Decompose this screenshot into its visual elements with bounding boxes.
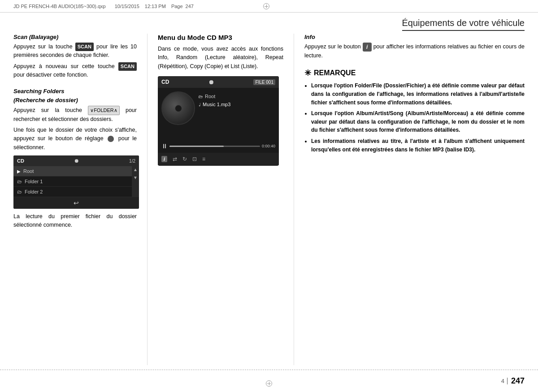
- page-title: Équipements de votre véhicule: [402, 18, 525, 28]
- fl-item-folder2: 🗁 Folder 2: [13, 187, 132, 197]
- scan-button-2: SCAN: [118, 62, 137, 71]
- footer-chapter: 4: [501, 378, 508, 384]
- page-title-area: Équipements de votre véhicule: [402, 18, 525, 31]
- cd-shuffle-icon: ⇄: [173, 156, 177, 162]
- scan-section: Scan (Balayage) Appuyez sur la touche SC…: [13, 34, 137, 80]
- registration-mark-top: [262, 2, 270, 10]
- info-section: Info Appuyez sur le bouton i pour affich…: [304, 34, 525, 60]
- cd-track-name: ♩ Music 1.mp3: [199, 102, 230, 107]
- fl-cd-label: CD: [17, 158, 24, 164]
- folder-para2: Une fois que le dossier de votre choix s…: [13, 126, 137, 152]
- page-num-label: 247: [186, 4, 194, 9]
- page-label: Page: [171, 4, 183, 9]
- info-title: Info: [304, 34, 525, 40]
- main-content: Scan (Balayage) Appuyez sur la touche SC…: [13, 34, 525, 365]
- remarque-section: ✳ REMARQUE Lorsque l'option Folder/File …: [304, 68, 525, 154]
- cd-folder-label: 🗁 Root: [199, 94, 230, 99]
- cd-label: CD: [161, 79, 169, 85]
- cd-repeat-icon: ↻: [182, 156, 187, 162]
- remarque-item-3: Les informations relatives au titre, à l…: [311, 137, 525, 154]
- date-label: 10/15/2015: [115, 4, 139, 9]
- scan-para1: Appuyez sur la touche SCAN pour lire les…: [13, 43, 137, 60]
- cd-track-info: 🗁 Root ♩ Music 1.mp3: [199, 91, 230, 136]
- file-badge: FILE 001: [253, 79, 275, 85]
- fl-scroll-down-icon: ▼: [133, 175, 138, 180]
- footer-page-num: 247: [511, 376, 525, 386]
- cd-bottom-controls: i ⇄ ↻ ⊡ ≡: [158, 153, 279, 165]
- fl-body: ▶ Root 🗁 Folder 1 🗁 Folder 2 ▲ ▼: [13, 166, 139, 197]
- info-button: i: [363, 43, 372, 52]
- cd-album-art: [161, 91, 195, 125]
- right-column: Info Appuyez sur le bouton i pour affich…: [298, 34, 525, 365]
- cd-ui-topbar: CD ⏺ FILE 001: [158, 76, 279, 88]
- scan-button-1: SCAN: [75, 43, 94, 51]
- cd-copy-icon: ⊡: [192, 156, 197, 162]
- fl-page-indicator: 1/2: [129, 159, 135, 164]
- folder-list-ui: CD ⏺ 1/2 ▶ Root 🗁 Folder 1 🗁 Fol: [13, 155, 139, 209]
- cd-info-btn: i: [161, 156, 167, 162]
- folder-title-line1: Searching Folders: [13, 88, 137, 95]
- fl-folder1-label: Folder 1: [25, 179, 43, 184]
- fl-folder2-label: Folder 2: [25, 189, 43, 194]
- divider-2: [294, 34, 294, 365]
- folder-title-line2: (Recherche de dossier): [13, 97, 137, 103]
- remarque-title: ✳ REMARQUE: [304, 68, 525, 78]
- fl-scroll-up-icon: ▲: [133, 167, 138, 172]
- cd-disc-icon: ⏺: [208, 78, 214, 86]
- fl-folder-icon: ⏺: [74, 158, 79, 164]
- cd-note-icon: ♩: [199, 102, 201, 107]
- scan-title: Scan (Balayage): [13, 34, 137, 40]
- left-column: Scan (Balayage) Appuyez sur la touche SC…: [13, 34, 143, 365]
- footer-page: 4 247: [501, 376, 525, 386]
- fl-folder1-icon: 🗁: [17, 179, 22, 184]
- folder-list-topbar: CD ⏺ 1/2: [13, 155, 139, 166]
- cd-folder-icon: 🗁: [199, 94, 203, 99]
- registration-mark-bottom: [266, 380, 272, 387]
- footer: 4 247: [0, 370, 538, 392]
- folder-para1: Appuyez sur la touche ∨FOLDER∧ pour rech…: [13, 106, 137, 124]
- fl-back-icon: ↩: [74, 199, 79, 207]
- cd-time: 0:00:40: [262, 144, 275, 148]
- cd-ui-main: 🗁 Root ♩ Music 1.mp3: [158, 88, 279, 139]
- title-underline: [402, 30, 525, 31]
- fl-play-icon: ▶: [17, 169, 21, 174]
- mid-intro: Dans ce mode, vous avez accès aux foncti…: [158, 45, 283, 71]
- fl-back-row: ↩: [13, 197, 139, 209]
- fl-item-root: ▶ Root: [13, 166, 132, 177]
- cd-controls: ⏸ 0:00:40: [158, 139, 279, 153]
- cd-pause-icon: ⏸: [161, 142, 168, 150]
- fl-root-label: Root: [23, 168, 34, 174]
- cd-list-icon: ≡: [202, 156, 205, 162]
- filename-label: JD PE FRENCH-4B AUDIO(185~300).qxp: [13, 4, 106, 9]
- asterisk-symbol: ✳: [304, 68, 311, 78]
- cd-player-ui: CD ⏺ FILE 001 🗁 Root ♩ Music 1.mp3: [158, 76, 279, 166]
- fl-list: ▶ Root 🗁 Folder 1 🗁 Folder 2: [13, 166, 132, 197]
- folder-button: ∨FOLDER∧: [88, 106, 120, 115]
- time-label: 12:13 PM: [145, 4, 166, 9]
- remarque-item-2: Lorsque l'option Album/Artist/Song (Albu…: [311, 109, 525, 134]
- cd-progress-fill: [169, 146, 224, 147]
- scan-para2: Appuyez à nouveau sur cette touche SCAN …: [13, 62, 137, 80]
- fl-scrollbar: ▲ ▼: [132, 166, 139, 197]
- cd-progress-bar: [169, 146, 260, 147]
- folder-section: Searching Folders (Recherche de dossier)…: [13, 88, 137, 152]
- remarque-list: Lorsque l'option Folder/File (Dossier/Fi…: [304, 82, 525, 154]
- fl-folder2-icon: 🗁: [17, 189, 22, 194]
- top-bar: JD PE FRENCH-4B AUDIO(185~300).qxp 10/15…: [0, 0, 538, 13]
- divider-1: [147, 34, 148, 365]
- remarque-item-1: Lorsque l'option Folder/File (Dossier/Fi…: [311, 82, 525, 107]
- folder-caption: La lecture du premier fichier du dossier…: [13, 212, 137, 230]
- mid-column: Menu du Mode CD MP3 Dans ce mode, vous a…: [151, 34, 290, 365]
- mid-title: Menu du Mode CD MP3: [158, 34, 283, 41]
- info-para: Appuyez sur le bouton i pour afficher le…: [304, 43, 525, 60]
- fl-item-folder1: 🗁 Folder 1: [13, 177, 132, 187]
